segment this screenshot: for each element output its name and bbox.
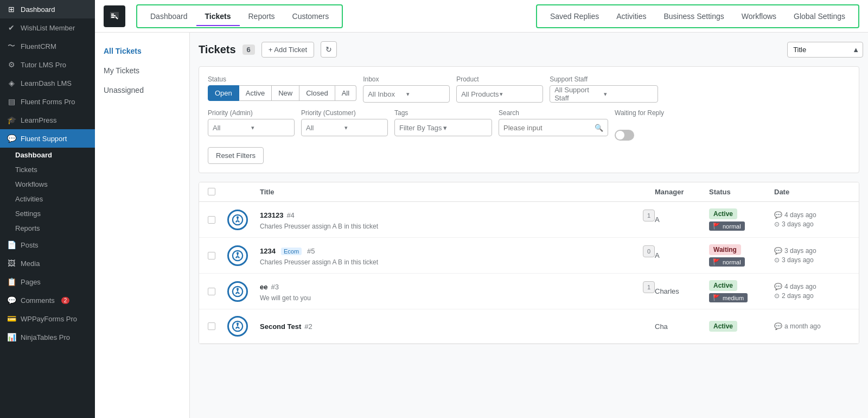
nav-workflows[interactable]: Workflows bbox=[733, 8, 785, 26]
date-comment: 💬 3 days ago bbox=[774, 247, 850, 255]
sidebar-item-label: Dashboard bbox=[21, 5, 55, 14]
ticket-left-panel: All Tickets My Tickets Unassigned bbox=[95, 33, 190, 418]
priority-badge: 🚩 normal bbox=[709, 257, 745, 267]
ticket-title[interactable]: ee bbox=[260, 283, 267, 291]
reset-filters-button[interactable]: Reset Filters bbox=[208, 147, 264, 164]
row-4-checkbox[interactable] bbox=[208, 322, 215, 330]
sidebar-item-learndash[interactable]: ◈ LearnDash LMS bbox=[0, 74, 95, 92]
status-badge: Active bbox=[709, 321, 737, 332]
sidebar-sub-reports[interactable]: Reports bbox=[0, 221, 95, 236]
priority-admin-label: Priority (Admin) bbox=[208, 109, 295, 117]
sidebar-item-label: WPPayForms Pro bbox=[21, 315, 77, 323]
sidebar-item-ninjatables[interactable]: 📊 NinjaTables Pro bbox=[0, 328, 95, 346]
row-1-checkbox[interactable] bbox=[208, 216, 215, 224]
sidebar-sub-activities[interactable]: Activities bbox=[0, 192, 95, 206]
select-all-checkbox[interactable] bbox=[208, 188, 215, 195]
ticket-top-row: ee #3 1 bbox=[260, 281, 655, 293]
ticket-num: #4 bbox=[286, 211, 294, 219]
sidebar-item-wppayforms[interactable]: 💳 WPPayForms Pro bbox=[0, 309, 95, 328]
search-input[interactable] bbox=[503, 124, 595, 132]
sidebar-item-media[interactable]: 🖼 Media bbox=[0, 254, 95, 273]
sidebar-item-label: Media bbox=[21, 259, 40, 268]
sidebar-item-label: NinjaTables Pro bbox=[21, 333, 70, 341]
my-tickets-item[interactable]: My Tickets bbox=[95, 61, 189, 80]
table-row: Second Test #2 Cha Active 💬 a month ago bbox=[199, 309, 859, 344]
add-ticket-button[interactable]: + Add Ticket bbox=[261, 42, 314, 58]
priority-admin-filter-group: Priority (Admin) All ▾ bbox=[208, 109, 295, 136]
tickets-table: Title Manager Status Date bbox=[199, 182, 859, 344]
support-staff-chevron-icon: ▾ bbox=[604, 91, 653, 98]
pages-icon: 📋 bbox=[7, 277, 16, 287]
sidebar-item-label: Comments bbox=[21, 296, 55, 305]
sidebar-sub-workflows[interactable]: Workflows bbox=[0, 177, 95, 192]
ticket-num: #3 bbox=[271, 283, 278, 291]
sidebar-item-fluentsupport[interactable]: 💬 Fluent Support bbox=[0, 129, 95, 148]
date-col: 💬 4 days ago ⊙ 2 days ago bbox=[774, 283, 850, 300]
row-3-checkbox[interactable] bbox=[208, 288, 215, 295]
sidebar-item-label: Fluent Support bbox=[21, 135, 67, 143]
search-icon[interactable]: 🔍 bbox=[595, 124, 603, 132]
tags-select[interactable]: Filter By Tags ▾ bbox=[394, 119, 492, 136]
ticket-title[interactable]: 1234 bbox=[260, 247, 276, 255]
sidebar-item-wishlist[interactable]: ✔ WishList Member bbox=[0, 18, 95, 37]
nav-activities[interactable]: Activities bbox=[608, 8, 655, 26]
status-active-btn[interactable]: Active bbox=[239, 85, 272, 101]
sidebar-item-dashboard[interactable]: ⊞ Dashboard bbox=[0, 0, 95, 18]
row-avatar bbox=[227, 316, 260, 337]
svg-point-11 bbox=[237, 324, 238, 325]
sidebar-item-posts[interactable]: 📄 Posts bbox=[0, 236, 95, 254]
posts-icon: 📄 bbox=[7, 240, 16, 250]
inbox-select[interactable]: All Inbox ▾ bbox=[363, 85, 450, 103]
row-2-checkbox[interactable] bbox=[208, 252, 215, 259]
support-staff-select[interactable]: All Support Staff ▾ bbox=[550, 85, 658, 103]
tickets-count-badge: 6 bbox=[242, 45, 255, 55]
sidebar-item-label: LearnDash LMS bbox=[21, 79, 72, 87]
dashboard-icon: ⊞ bbox=[7, 4, 16, 14]
priority-customer-select[interactable]: All ▾ bbox=[301, 119, 388, 136]
nav-business-settings[interactable]: Business Settings bbox=[655, 8, 732, 26]
sidebar-item-fluentcrm[interactable]: 〜 FluentCRM bbox=[0, 37, 95, 55]
sidebar-item-comments[interactable]: 💬 Comments 2 bbox=[0, 291, 95, 309]
sidebar-sub-tickets[interactable]: Tickets bbox=[0, 162, 95, 177]
sidebar-sub-settings[interactable]: Settings bbox=[0, 206, 95, 221]
ticket-avatar-4 bbox=[227, 316, 248, 337]
nav-saved-replies[interactable]: Saved Replies bbox=[541, 8, 608, 26]
ticket-num: #2 bbox=[304, 322, 312, 331]
nav-global-settings[interactable]: Global Settings bbox=[785, 8, 854, 26]
status-all-btn[interactable]: All bbox=[335, 85, 356, 101]
sidebar-item-learnpress[interactable]: 🎓 LearnPress bbox=[0, 111, 95, 129]
header-manager-col: Manager bbox=[655, 188, 709, 196]
status-closed-btn[interactable]: Closed bbox=[299, 85, 335, 101]
status-new-btn[interactable]: New bbox=[272, 85, 299, 101]
row-title-col: Second Test #2 bbox=[260, 322, 655, 331]
unassigned-item[interactable]: Unassigned bbox=[95, 80, 189, 100]
sidebar-item-tutorlms[interactable]: ⚙ Tutor LMS Pro bbox=[0, 55, 95, 74]
all-tickets-item[interactable]: All Tickets bbox=[95, 41, 189, 61]
nav-customers[interactable]: Customers bbox=[284, 8, 338, 26]
ticket-title[interactable]: 123123 bbox=[260, 211, 283, 219]
nav-dashboard[interactable]: Dashboard bbox=[142, 8, 196, 26]
title-select[interactable]: Title Date Priority bbox=[787, 42, 863, 58]
status-buttons: Open Active New Closed All bbox=[208, 85, 356, 101]
date-comment: 💬 4 days ago bbox=[774, 283, 850, 290]
status-open-btn[interactable]: Open bbox=[208, 85, 239, 101]
sidebar-item-label: FluentCRM bbox=[21, 42, 56, 50]
ticket-title[interactable]: Second Test bbox=[260, 322, 301, 331]
sidebar-item-pages[interactable]: 📋 Pages bbox=[0, 273, 95, 291]
product-select[interactable]: All Products ▾ bbox=[456, 85, 543, 103]
waiting-reply-toggle[interactable] bbox=[615, 130, 634, 141]
sidebar-sub-dashboard[interactable]: Dashboard bbox=[0, 148, 95, 162]
product-chevron-icon: ▾ bbox=[500, 91, 538, 98]
row-avatar bbox=[227, 210, 260, 230]
status-col: Active 🚩 normal bbox=[709, 208, 774, 231]
date-comment: 💬 4 days ago bbox=[774, 211, 850, 219]
nav-reports[interactable]: Reports bbox=[240, 8, 284, 26]
refresh-button[interactable]: ↻ bbox=[321, 41, 337, 58]
inbox-chevron-icon: ▾ bbox=[406, 91, 445, 98]
priority-admin-select[interactable]: All ▾ bbox=[208, 119, 295, 136]
tags-label: Tags bbox=[394, 109, 492, 117]
ticket-top-row: Second Test #2 bbox=[260, 322, 655, 331]
nav-tickets[interactable]: Tickets bbox=[196, 8, 240, 26]
sidebar-item-fluentforms[interactable]: ▤ Fluent Forms Pro bbox=[0, 92, 95, 111]
status-filter-label: Status bbox=[208, 75, 356, 83]
